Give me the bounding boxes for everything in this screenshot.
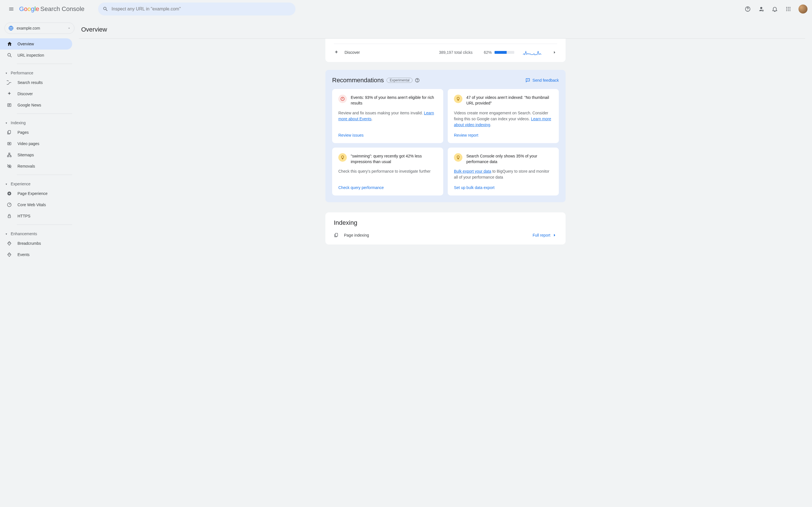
nav-label: Removals	[17, 164, 35, 168]
hamburger-icon	[8, 6, 14, 12]
bell-icon	[772, 6, 778, 12]
header-actions	[742, 3, 808, 15]
manage-users-button[interactable]	[756, 3, 767, 15]
svg-point-4	[788, 7, 789, 8]
apps-button[interactable]	[783, 3, 794, 15]
nav-search-results[interactable]: Search results	[0, 77, 72, 88]
svg-point-9	[786, 10, 787, 11]
sparkle-icon	[334, 50, 339, 55]
svg-rect-18	[7, 156, 9, 157]
reco-action-link[interactable]: Check query performance	[338, 180, 437, 190]
nav-breadcrumbs[interactable]: Breadcrumbs	[0, 238, 72, 249]
nav-events[interactable]: Events	[0, 249, 72, 260]
url-inspect-searchbar[interactable]	[98, 3, 296, 15]
nav-google-news[interactable]: Google News	[0, 100, 72, 111]
page-indexing-label: Page indexing	[344, 233, 532, 237]
logo[interactable]: Google Search Console	[19, 5, 85, 13]
nav-section-performance[interactable]: ▾ Performance	[0, 67, 79, 77]
lightbulb-icon	[338, 153, 347, 162]
nav-pages[interactable]: Pages	[0, 127, 72, 138]
help-button[interactable]	[742, 3, 753, 15]
svg-rect-17	[9, 153, 10, 154]
chevron-down-icon: ▾	[6, 71, 9, 75]
feedback-icon	[525, 78, 530, 83]
full-report-link[interactable]: Full report	[532, 233, 557, 238]
reco-inline-link[interactable]: Learn more about Events	[338, 111, 434, 121]
reco-card-title: 47 of your videos aren't indexed: "No th…	[466, 95, 553, 106]
nav-overview[interactable]: Overview	[0, 38, 72, 50]
nav-label: Overview	[17, 42, 34, 46]
svg-point-8	[790, 8, 790, 9]
nav-label: Breadcrumbs	[17, 241, 41, 245]
diamond-icon	[7, 252, 12, 257]
g-icon	[7, 80, 12, 85]
svg-point-13	[8, 53, 10, 56]
nav-video-pages[interactable]: Video pages	[0, 138, 72, 149]
removals-icon	[7, 164, 12, 169]
property-selector[interactable]: example.com	[4, 22, 74, 34]
chevron-down-icon: ▾	[6, 182, 9, 186]
discover-percent: 62%	[484, 50, 492, 55]
nav-section-enhancements[interactable]: ▾ Enhancements	[0, 228, 79, 238]
svg-rect-23	[8, 216, 11, 218]
svg-point-11	[790, 10, 790, 11]
nav-label: Pages	[17, 130, 29, 135]
recommendation-card: 47 of your videos aren't indexed: "No th…	[448, 89, 559, 143]
chevron-down-icon: ▾	[6, 232, 9, 235]
search-input[interactable]	[112, 6, 291, 11]
notifications-button[interactable]	[769, 3, 780, 15]
recommendation-card: "swimming": query recently got 42% less …	[332, 148, 443, 196]
reco-inline-link[interactable]: Learn more about video indexing	[454, 117, 551, 127]
lightbulb-icon	[454, 153, 462, 162]
svg-point-3	[786, 7, 787, 8]
nav-section-indexing[interactable]: ▾ Indexing	[0, 117, 79, 127]
nav-label: Page Experience	[17, 191, 48, 196]
reco-card-title: "swimming": query recently got 42% less …	[351, 153, 437, 165]
account-avatar[interactable]	[799, 4, 808, 13]
reco-card-title: Events: 93% of your items aren't eligibl…	[351, 95, 437, 106]
pages-icon	[7, 130, 12, 135]
svg-point-5	[790, 7, 790, 8]
chevron-right-icon	[552, 233, 557, 238]
reco-action-link[interactable]: Set up bulk data export	[454, 180, 553, 190]
nav-https[interactable]: HTTPS	[0, 210, 72, 222]
nav-sitemaps[interactable]: Sitemaps	[0, 149, 72, 161]
recommendations-section: Recommendations Experimental Send feedba…	[325, 70, 566, 202]
reco-action-link[interactable]: Review issues	[338, 128, 437, 137]
experimental-badge: Experimental	[387, 78, 412, 83]
news-icon	[7, 103, 12, 108]
svg-point-7	[788, 8, 789, 9]
home-icon	[7, 41, 12, 47]
reco-card-body: Videos create more engagement on Search.…	[454, 110, 553, 128]
nav-label: Sitemaps	[17, 153, 34, 157]
reco-action-link[interactable]: Review report	[454, 128, 553, 137]
person-gear-icon	[758, 6, 764, 12]
pages-icon	[334, 233, 339, 238]
discover-label: Discover	[345, 50, 439, 55]
reco-card-title: Search Console only shows 35% of your pe…	[466, 153, 553, 165]
nav-section-experience[interactable]: ▾ Experience	[0, 178, 79, 188]
nav-discover[interactable]: Discover	[0, 88, 72, 100]
svg-point-6	[786, 8, 787, 9]
chevron-right-icon[interactable]	[552, 50, 557, 55]
nav-removals[interactable]: Removals	[0, 161, 72, 172]
reco-help-button[interactable]	[415, 78, 420, 83]
page-title: Overview	[79, 26, 805, 33]
error-icon	[338, 95, 347, 103]
search-icon	[103, 6, 108, 12]
reco-inline-link[interactable]: Bulk export your data	[454, 169, 491, 173]
diamond-icon	[7, 241, 12, 246]
svg-point-2	[762, 10, 763, 11]
nav-core-web-vitals[interactable]: Core Web Vitals	[0, 199, 72, 210]
send-feedback-link[interactable]: Send feedback	[525, 78, 559, 83]
discover-row[interactable]: Discover 389,197 total clicks 62%	[334, 49, 557, 56]
reco-card-body: Check this query's performance to invest…	[338, 168, 437, 174]
lock-icon	[7, 214, 12, 219]
nav-page-experience[interactable]: Page Experience	[0, 188, 72, 199]
page-indexing-row[interactable]: Page indexing Full report	[334, 233, 557, 238]
nav-label: URL inspection	[17, 53, 44, 57]
google-logo-text: Google	[19, 5, 39, 13]
main-menu-button[interactable]	[4, 2, 18, 16]
recommendation-card: Events: 93% of your items aren't eligibl…	[332, 89, 443, 143]
nav-url-inspection[interactable]: URL inspection	[0, 50, 72, 61]
